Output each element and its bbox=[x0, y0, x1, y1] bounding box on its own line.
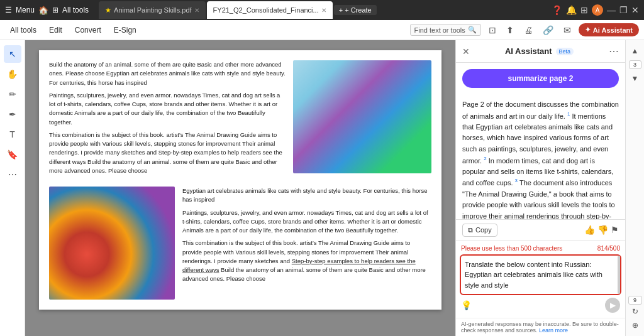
text-tool[interactable]: T bbox=[4, 126, 21, 143]
close-btn[interactable]: ✕ bbox=[631, 5, 639, 15]
ai-assistant-button[interactable]: ✦ Ai Assistant bbox=[579, 23, 639, 36]
ai-disclaimer: AI-generated responses may be inaccurate… bbox=[456, 318, 625, 336]
menubar-all-tools[interactable]: All tools bbox=[5, 23, 42, 37]
menu-label[interactable]: Menu bbox=[16, 6, 35, 14]
input-text: Translate the below content into Russian… bbox=[465, 261, 602, 289]
tab-financial[interactable]: FY21_Q2_Consolidated_Financi... ✕ bbox=[207, 1, 333, 19]
learn-more-link[interactable]: Learn more bbox=[539, 327, 568, 333]
char-count: 814/500 bbox=[597, 245, 620, 252]
find-tools-input[interactable]: Find text or tools 🔍 bbox=[410, 24, 481, 36]
copy-button[interactable]: ⧉ Copy bbox=[462, 224, 497, 237]
tab-pdf-close[interactable]: ✕ bbox=[194, 7, 199, 14]
lightbulb-icon[interactable]: 💡 bbox=[461, 300, 472, 310]
char-limit-warning: Please use less than 500 characters 814/… bbox=[460, 245, 621, 252]
find-tools-label: Find text or tools bbox=[414, 26, 465, 34]
view-icon-btn[interactable]: ⊡ bbox=[486, 24, 499, 36]
ai-input-box[interactable]: Translate the below content into Russian… bbox=[460, 254, 621, 296]
panel-title: AI Assistant Beta bbox=[505, 46, 574, 56]
tab-pdf-label: Animal Painting Skills.pdf bbox=[114, 6, 192, 14]
pdf-top-row: Build the anatomy of an animal. some of … bbox=[49, 60, 431, 179]
mini-zoom-btn[interactable]: ⊕ bbox=[628, 318, 642, 332]
pdf-bottom-row: Egyptian art celebrates animals like cat… bbox=[49, 187, 431, 300]
star-icon: ★ bbox=[105, 6, 111, 14]
select-tool[interactable]: ↖ bbox=[4, 45, 21, 63]
mini-badge-3: 3 bbox=[629, 60, 641, 69]
link-icon-btn[interactable]: 🔗 bbox=[540, 24, 556, 36]
feedback-btns: 👍 👎 ⚑ bbox=[584, 225, 619, 235]
pdf-para-1: Build the anatomy of an animal. some of … bbox=[49, 60, 286, 87]
send-button[interactable]: ▶ bbox=[605, 298, 620, 313]
pdf-right-para-2: Paintings, sculptures, jewelry, and even… bbox=[182, 209, 431, 236]
tab-pdf[interactable]: ★ Animal Painting Skills.pdf ✕ bbox=[99, 1, 206, 19]
draw-tool[interactable]: ✒ bbox=[4, 106, 21, 123]
ai-icon: ✦ bbox=[585, 26, 591, 34]
hamburger-icon[interactable]: ☰ bbox=[5, 6, 12, 14]
main-layout: ↖ ✋ ✏ ✒ T 🔖 ⋯ Build the anatomy of an an… bbox=[0, 40, 644, 336]
copy-label: Copy bbox=[475, 226, 492, 234]
left-toolbar: ↖ ✋ ✏ ✒ T 🔖 ⋯ bbox=[0, 40, 25, 336]
menubar-edit[interactable]: Edit bbox=[44, 23, 67, 37]
annotate-tool[interactable]: ✏ bbox=[4, 85, 21, 103]
apps-icon[interactable]: ⊞ bbox=[580, 5, 588, 15]
plus-icon: + bbox=[339, 6, 343, 14]
new-tab-button[interactable]: + + Create bbox=[334, 5, 377, 15]
help-icon[interactable]: ❓ bbox=[552, 5, 562, 15]
input-section: Please use less than 500 characters 814/… bbox=[456, 241, 625, 318]
input-scroll-wrapper: Translate the below content into Russian… bbox=[460, 254, 621, 296]
copy-icon: ⧉ bbox=[468, 226, 473, 234]
bookmark-tool[interactable]: 🔖 bbox=[4, 146, 21, 163]
mini-toolbar: ▲ 3 ▼ 9 ↻ ⊕ bbox=[625, 40, 644, 336]
home-icon[interactable]: 🏠 bbox=[38, 6, 48, 15]
citation-3[interactable]: 3 bbox=[515, 178, 518, 183]
pdf-right-para-3: This combination is the subject of this … bbox=[182, 239, 431, 283]
pdf-area[interactable]: Build the anatomy of an animal. some of … bbox=[25, 40, 455, 336]
minimize-btn[interactable]: — bbox=[607, 5, 616, 15]
titlebar-left: ☰ Menu 🏠 ⊞ All tools bbox=[5, 6, 89, 15]
all-tools-icon: ⊞ bbox=[52, 6, 58, 14]
tab-financial-label: FY21_Q2_Consolidated_Financi... bbox=[213, 6, 319, 14]
ai-panel: ✕ AI Assistant Beta ⋯ summarize page 2 P… bbox=[455, 40, 625, 336]
input-footer: 💡 ▶ bbox=[460, 295, 621, 314]
email-icon-btn[interactable]: ✉ bbox=[561, 24, 574, 36]
tabs-bar: ★ Animal Painting Skills.pdf ✕ FY21_Q2_C… bbox=[99, 1, 541, 19]
search-icon: 🔍 bbox=[468, 26, 477, 34]
thumbs-down-btn[interactable]: 👎 bbox=[597, 225, 608, 235]
window-controls: ❓ 🔔 ⊞ A — ❐ ✕ bbox=[552, 4, 639, 16]
input-scrollbar[interactable] bbox=[618, 256, 620, 295]
underline-text: Step-by-step examples to help readers se… bbox=[182, 257, 416, 273]
panel-header: ✕ AI Assistant Beta ⋯ bbox=[456, 40, 625, 63]
upload-icon-btn[interactable]: ⬆ bbox=[504, 24, 516, 36]
citation-2[interactable]: 2 bbox=[484, 156, 486, 161]
menubar-convert[interactable]: Convert bbox=[70, 23, 106, 37]
flag-btn[interactable]: ⚑ bbox=[611, 225, 619, 235]
titlebar: ☰ Menu 🏠 ⊞ All tools ★ Animal Painting S… bbox=[0, 0, 644, 20]
pdf-page: Build the anatomy of an animal. some of … bbox=[39, 50, 441, 310]
restore-btn[interactable]: ❐ bbox=[619, 5, 628, 15]
beta-badge: Beta bbox=[556, 48, 574, 55]
mini-scroll-down[interactable]: ▼ bbox=[628, 72, 642, 85]
mini-scroll-up[interactable]: ▲ bbox=[628, 44, 642, 58]
pdf-text-right: Egyptian art celebrates animals like cat… bbox=[182, 187, 431, 300]
citation-1[interactable]: 1 bbox=[567, 111, 570, 117]
char-warning-text: Please use less than 500 characters bbox=[461, 245, 562, 252]
mini-bottom: 9 ↻ ⊕ bbox=[628, 296, 642, 332]
panel-close-btn[interactable]: ✕ bbox=[462, 46, 470, 57]
all-tools-label[interactable]: All tools bbox=[62, 6, 89, 14]
tab-financial-close[interactable]: ✕ bbox=[321, 7, 326, 14]
panel-more-btn[interactable]: ⋯ bbox=[609, 45, 619, 57]
bell-icon[interactable]: 🔔 bbox=[566, 5, 577, 15]
thumbs-up-btn[interactable]: 👍 bbox=[584, 225, 595, 235]
pdf-right-para-1: Egyptian art celebrates animals like cat… bbox=[182, 187, 431, 205]
new-tab-label: + Create bbox=[345, 6, 372, 14]
profile-icon[interactable]: A bbox=[592, 4, 603, 16]
pdf-para-3: This combination is the subject of this … bbox=[49, 131, 286, 175]
more-tool[interactable]: ⋯ bbox=[4, 166, 21, 183]
menubar: All tools Edit Convert E-Sign Find text … bbox=[0, 20, 644, 40]
menubar-right: Find text or tools 🔍 ⊡ ⬆ 🖨 🔗 ✉ ✦ Ai Assi… bbox=[410, 23, 640, 36]
summarize-button[interactable]: summarize page 2 bbox=[462, 69, 619, 88]
mini-refresh-btn[interactable]: ↻ bbox=[628, 305, 642, 318]
pan-tool[interactable]: ✋ bbox=[4, 65, 21, 83]
menubar-esign[interactable]: E-Sign bbox=[109, 23, 142, 37]
print-icon-btn[interactable]: 🖨 bbox=[521, 24, 535, 36]
mini-badge-9: 9 bbox=[628, 296, 642, 305]
